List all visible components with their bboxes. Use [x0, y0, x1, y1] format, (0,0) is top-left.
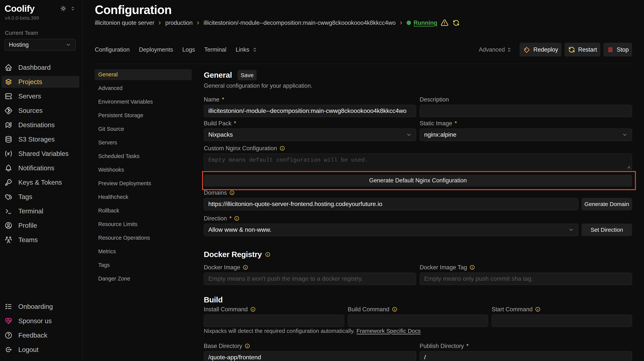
domains-input[interactable]: [204, 198, 578, 210]
stop-icon: [607, 46, 614, 53]
theme-sun-icon[interactable]: [60, 5, 66, 12]
theme-selector-icon[interactable]: [70, 6, 75, 11]
publish-directory-input[interactable]: [420, 351, 632, 361]
info-icon[interactable]: [243, 265, 248, 270]
build-pack-select[interactable]: Nixpacks: [204, 129, 416, 141]
tab-configuration[interactable]: Configuration: [95, 46, 130, 53]
info-icon[interactable]: [250, 306, 256, 312]
subnav-persistent-storage[interactable]: Persistent Storage: [95, 110, 192, 121]
sidebar-item-projects[interactable]: Projects: [2, 76, 79, 88]
info-icon[interactable]: [392, 306, 397, 312]
custom-nginx-textarea[interactable]: [204, 153, 632, 170]
direction-select[interactable]: Allow www & non-www.: [204, 224, 578, 236]
stop-button[interactable]: Stop: [604, 43, 632, 57]
sidebar-item-logout[interactable]: Logout: [2, 344, 79, 355]
subnav-tags[interactable]: Tags: [95, 260, 192, 271]
sidebar-item-feedback[interactable]: Feedback: [2, 329, 79, 341]
sidebar-item-s3-storages[interactable]: S3 Storages: [2, 133, 79, 145]
sidebar-item-notifications[interactable]: Notifications: [2, 162, 79, 174]
docker-image-input[interactable]: [204, 272, 416, 285]
base-directory-input[interactable]: [204, 351, 416, 361]
subnav-resource-limits[interactable]: Resource Limits: [95, 219, 192, 230]
sidebar-item-tags[interactable]: Tags: [2, 191, 79, 203]
subnav-webhooks[interactable]: Webhooks: [95, 164, 192, 175]
key-icon: [4, 178, 12, 186]
app-logo: Coolify: [4, 4, 34, 14]
info-icon[interactable]: [234, 216, 240, 221]
sidebar-item-onboarding[interactable]: Onboarding: [2, 301, 79, 312]
description-input[interactable]: [420, 105, 632, 117]
sidebar-item-terminal[interactable]: Terminal: [2, 205, 79, 217]
sidebar-item-servers[interactable]: Servers: [2, 90, 79, 102]
subnav-general[interactable]: General: [95, 69, 192, 80]
sidebar-item-profile[interactable]: Profile: [2, 220, 79, 231]
main: Configuration illicitonion quote server …: [83, 0, 644, 361]
sidebar-item-label: Feedback: [18, 331, 48, 339]
subnav-preview-deployments[interactable]: Preview Deployments: [95, 178, 192, 189]
install-command-input[interactable]: [204, 314, 344, 327]
subnav-danger-zone[interactable]: Danger Zone: [95, 273, 192, 284]
help-icon: [4, 331, 12, 339]
subnav-git-source[interactable]: Git Source: [95, 124, 192, 135]
sidebar-item-shared-variables[interactable]: Shared Variables: [2, 148, 79, 160]
build-command-input[interactable]: [348, 314, 488, 327]
chevron-right-icon: [196, 21, 200, 25]
name-input[interactable]: [204, 105, 416, 117]
info-icon[interactable]: [229, 190, 235, 195]
info-icon[interactable]: [244, 343, 250, 349]
subnav-scheduled-tasks[interactable]: Scheduled Tasks: [95, 151, 192, 162]
redeploy-icon: [523, 46, 531, 54]
breadcrumb-application[interactable]: illicitestonion/-module--decomposition:m…: [204, 20, 396, 26]
settings-subnav: General Advanced Environment Variables P…: [95, 69, 192, 361]
database-icon: [4, 135, 12, 143]
domains-label: Domains: [204, 189, 227, 196]
info-icon[interactable]: [470, 265, 475, 270]
sidebar-item-destinations[interactable]: Destinations: [2, 119, 79, 131]
save-button[interactable]: Save: [238, 70, 256, 80]
restart-icon: [568, 46, 576, 54]
static-image-select[interactable]: nginx:alpine: [420, 129, 632, 141]
sidebar-item-label: Logout: [18, 346, 38, 353]
sidebar-item-dashboard[interactable]: Dashboard: [2, 62, 79, 73]
set-direction-button[interactable]: Set Direction: [582, 224, 632, 236]
tab-links[interactable]: Links: [236, 46, 258, 53]
sidebar-item-label: Tags: [18, 193, 32, 201]
subnav-healthcheck[interactable]: Healthcheck: [95, 192, 192, 203]
refresh-icon[interactable]: [452, 19, 460, 27]
sidebar-item-keys-tokens[interactable]: Keys & Tokens: [2, 177, 79, 188]
sidebar-bottom-nav: Onboarding Sponsor us Feedback Logout: [0, 301, 82, 355]
framework-docs-link[interactable]: Framework Specific Docs: [356, 328, 420, 334]
status-dot: [406, 21, 411, 25]
server-icon: [4, 92, 12, 100]
tab-logs[interactable]: Logs: [182, 46, 195, 53]
logout-icon: [4, 346, 12, 354]
restart-button[interactable]: Restart: [564, 43, 600, 57]
start-command-input[interactable]: [492, 314, 632, 327]
generate-nginx-button[interactable]: Generate Default Nginx Configuration: [204, 175, 632, 187]
required-asterisk: *: [229, 215, 232, 222]
sidebar-item-sponsor-us[interactable]: Sponsor us: [2, 315, 79, 327]
breadcrumb-project[interactable]: illicitonion quote server: [95, 20, 154, 26]
subnav-rollback[interactable]: Rollback: [95, 205, 192, 216]
warning-icon[interactable]: [440, 19, 448, 27]
tab-terminal[interactable]: Terminal: [204, 46, 226, 53]
subnav-resource-operations[interactable]: Resource Operations: [95, 232, 192, 243]
subnav-environment-variables[interactable]: Environment Variables: [95, 96, 192, 107]
subnav-servers[interactable]: Servers: [95, 137, 192, 148]
subnav-advanced[interactable]: Advanced: [95, 83, 192, 94]
subnav-metrics[interactable]: Metrics: [95, 246, 192, 257]
info-icon[interactable]: [535, 306, 540, 312]
advanced-dropdown[interactable]: Advanced: [479, 46, 512, 53]
info-icon[interactable]: [280, 146, 285, 151]
breadcrumb-environment[interactable]: production: [165, 20, 193, 26]
team-select[interactable]: Hosting: [4, 39, 76, 51]
generate-domain-button[interactable]: Generate Domain: [582, 198, 632, 210]
required-asterisk: *: [222, 96, 224, 103]
status-running-link[interactable]: Running: [414, 20, 438, 26]
tab-deployments[interactable]: Deployments: [139, 46, 173, 53]
redeploy-button[interactable]: Redeploy: [520, 43, 562, 57]
sidebar-item-sources[interactable]: Sources: [2, 105, 79, 116]
info-icon[interactable]: [265, 252, 270, 257]
docker-image-tag-input[interactable]: [420, 272, 632, 285]
sidebar-item-teams[interactable]: Teams: [2, 234, 79, 246]
